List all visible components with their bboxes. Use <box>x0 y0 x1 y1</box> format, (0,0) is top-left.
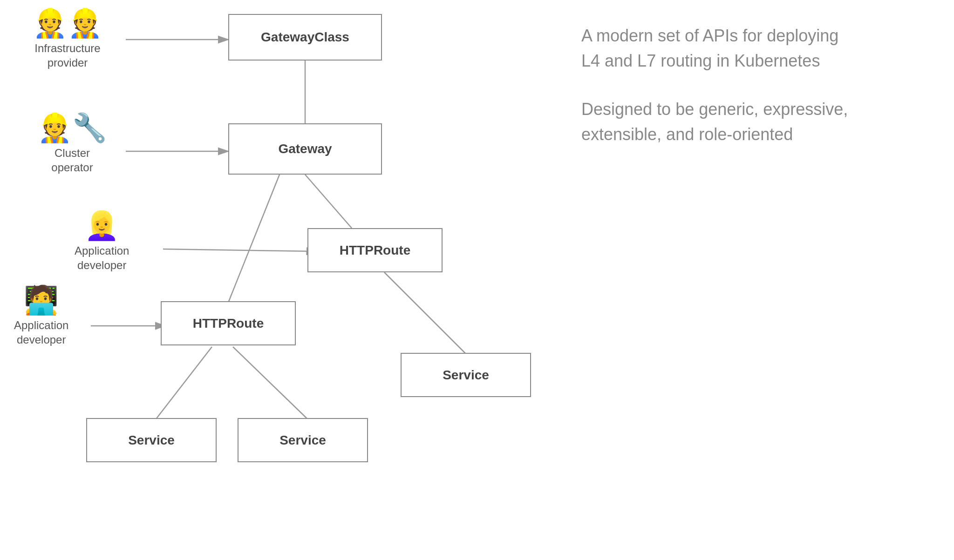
httproute-bottom-box: HTTPRoute <box>161 301 296 345</box>
cluster-operator-persona: 👷🔧 Clusteroperator <box>37 114 107 175</box>
app-dev-top-label: Applicationdeveloper <box>75 243 129 272</box>
gatewayclass-box: GatewayClass <box>228 14 382 61</box>
infra-provider-label: Infrastructureprovider <box>34 41 100 70</box>
httproute-bottom-label: HTTPRoute <box>193 316 264 331</box>
gateway-box: Gateway <box>228 123 382 175</box>
infra-provider-icon: 👷👷 <box>33 9 102 37</box>
service-bottom-left-label: Service <box>128 433 175 448</box>
app-dev-top-persona: 👱‍♀️ Applicationdeveloper <box>75 212 129 272</box>
cluster-operator-icon: 👷🔧 <box>37 114 107 142</box>
svg-line-9 <box>156 347 212 419</box>
description-line1: A modern set of APIs for deploying L4 an… <box>581 23 907 74</box>
httproute-top-box: HTTPRoute <box>307 228 443 272</box>
cluster-operator-label: Clusteroperator <box>51 146 93 175</box>
description-line2: Designed to be generic, expressive, exte… <box>581 97 907 147</box>
infra-provider-persona: 👷👷 Infrastructureprovider <box>33 9 102 70</box>
gateway-label: Gateway <box>278 142 332 156</box>
app-dev-bottom-icon: 🧑‍💻 <box>24 286 59 314</box>
app-dev-top-icon: 👱‍♀️ <box>84 212 119 240</box>
description-block: A modern set of APIs for deploying L4 an… <box>581 23 907 170</box>
svg-line-3 <box>163 249 317 251</box>
service-right-box: Service <box>401 353 531 397</box>
gatewayclass-label: GatewayClass <box>261 30 349 45</box>
service-bottom-right-box: Service <box>238 418 368 462</box>
service-bottom-left-box: Service <box>86 418 217 462</box>
svg-line-6 <box>305 175 352 228</box>
service-right-label: Service <box>443 368 489 383</box>
svg-line-10 <box>233 347 307 419</box>
service-bottom-right-label: Service <box>279 433 326 448</box>
app-dev-bottom-persona: 🧑‍💻 Applicationdeveloper <box>14 286 68 347</box>
svg-line-7 <box>228 175 279 303</box>
httproute-top-label: HTTPRoute <box>340 243 410 258</box>
app-dev-bottom-label: Applicationdeveloper <box>14 318 68 347</box>
diagram-container: GatewayClass Gateway HTTPRoute HTTPRoute… <box>0 0 954 560</box>
svg-line-8 <box>384 272 466 354</box>
